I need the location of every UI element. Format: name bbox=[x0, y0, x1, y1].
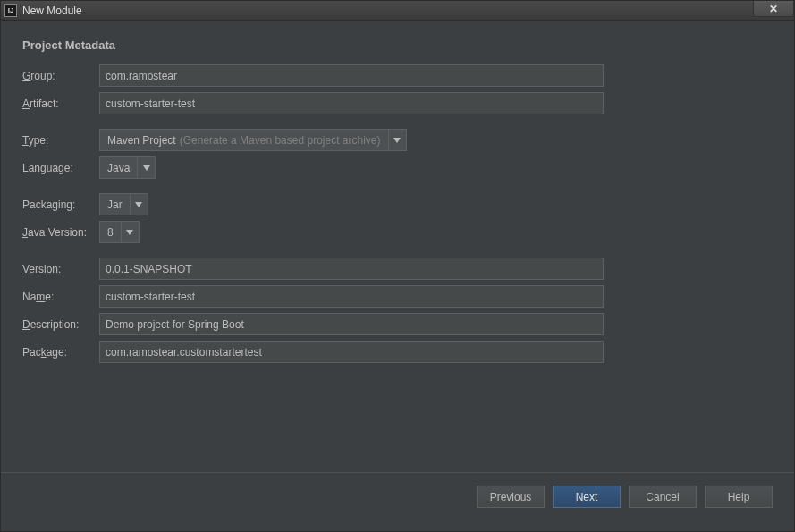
packaging-dropdown-value: Jar bbox=[100, 194, 130, 215]
packaging-dropdown[interactable]: Jar bbox=[99, 193, 148, 215]
close-button[interactable]: ✕ bbox=[753, 1, 794, 17]
cancel-button[interactable]: Cancel bbox=[629, 486, 697, 508]
help-button[interactable]: Help bbox=[705, 486, 773, 508]
next-button[interactable]: Next bbox=[553, 486, 621, 508]
row-packaging: Packaging: Jar bbox=[22, 193, 773, 215]
label-package: Package: bbox=[22, 346, 99, 359]
name-input[interactable] bbox=[99, 285, 604, 308]
label-type: Type: bbox=[22, 134, 99, 147]
description-input[interactable] bbox=[99, 313, 604, 335]
javaversion-dropdown-value: 8 bbox=[100, 222, 121, 242]
row-language: Language: Java bbox=[22, 156, 773, 179]
chevron-down-icon bbox=[126, 230, 133, 235]
close-icon: ✕ bbox=[769, 3, 778, 15]
label-language: Language: bbox=[22, 162, 99, 174]
label-javaversion: Java Version: bbox=[22, 226, 99, 239]
row-artifact: Artifact: bbox=[22, 92, 773, 114]
group-input[interactable] bbox=[99, 64, 604, 87]
type-dropdown-value: Maven Project (Generate a Maven based pr… bbox=[100, 130, 388, 150]
package-input[interactable] bbox=[99, 341, 604, 363]
row-javaversion: Java Version: 8 bbox=[22, 221, 773, 243]
label-group: Group: bbox=[22, 70, 99, 82]
row-version: Version: bbox=[22, 258, 773, 280]
row-name: Name: bbox=[22, 285, 773, 308]
chevron-down-icon bbox=[393, 138, 401, 143]
label-version: Version: bbox=[22, 263, 99, 275]
spacer bbox=[22, 368, 773, 472]
label-artifact: Artifact: bbox=[22, 97, 99, 110]
button-row: Previous Next Cancel Help bbox=[22, 473, 773, 522]
language-dropdown-value: Java bbox=[100, 157, 137, 178]
row-package: Package: bbox=[22, 341, 773, 363]
row-group: Group: bbox=[22, 64, 773, 87]
version-input[interactable] bbox=[99, 258, 604, 280]
new-module-dialog: IJ New Module ✕ Project Metadata Group: … bbox=[0, 0, 795, 532]
chevron-down-icon bbox=[135, 202, 142, 207]
javaversion-dropdown-arrow[interactable] bbox=[121, 222, 139, 242]
previous-button[interactable]: Previous bbox=[477, 486, 545, 508]
type-dropdown[interactable]: Maven Project (Generate a Maven based pr… bbox=[99, 129, 407, 151]
chevron-down-icon bbox=[143, 165, 150, 171]
section-title: Project Metadata bbox=[22, 38, 773, 52]
language-dropdown-arrow[interactable] bbox=[137, 157, 155, 178]
titlebar: IJ New Module ✕ bbox=[1, 1, 794, 21]
label-description: Description: bbox=[22, 318, 99, 331]
packaging-dropdown-arrow[interactable] bbox=[130, 194, 148, 215]
dialog-content: Project Metadata Group: Artifact: Type: … bbox=[1, 21, 794, 531]
row-description: Description: bbox=[22, 313, 773, 335]
label-name: Name: bbox=[22, 291, 99, 303]
artifact-input[interactable] bbox=[99, 92, 604, 114]
javaversion-dropdown[interactable]: 8 bbox=[99, 221, 140, 243]
row-type: Type: Maven Project (Generate a Maven ba… bbox=[22, 129, 773, 151]
window-title: New Module bbox=[22, 4, 82, 17]
app-icon: IJ bbox=[4, 4, 17, 17]
type-dropdown-arrow[interactable] bbox=[388, 130, 406, 150]
language-dropdown[interactable]: Java bbox=[99, 156, 156, 179]
label-packaging: Packaging: bbox=[22, 198, 99, 211]
